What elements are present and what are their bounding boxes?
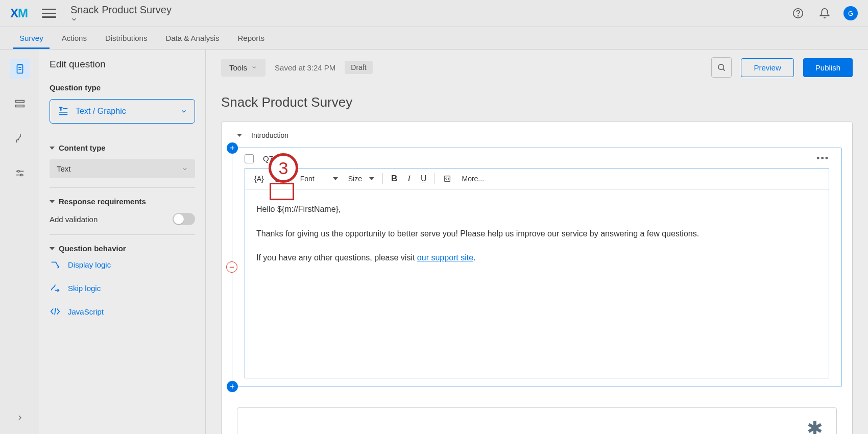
tab-distributions[interactable]: Distributions <box>96 27 157 49</box>
caret-down-icon[interactable] <box>237 134 242 137</box>
question-frame[interactable]: + − + Q7 ••• 3 {A} <box>232 148 842 387</box>
add-above-button[interactable]: + <box>227 142 238 154</box>
next-question-placeholder[interactable]: ✱ <box>237 407 837 434</box>
italic-icon[interactable]: I <box>403 172 415 186</box>
xm-logo[interactable]: XM <box>10 6 28 20</box>
question-checkbox[interactable] <box>245 154 254 163</box>
content-type-value: Text <box>57 164 71 173</box>
more-button[interactable]: More... <box>457 173 488 185</box>
skip-logic-button[interactable]: Skip logic <box>50 276 195 300</box>
rail-look-icon[interactable] <box>10 128 30 149</box>
nav-tabs: Survey Actions Distributions Data & Anal… <box>0 27 868 50</box>
draft-badge: Draft <box>345 61 372 74</box>
avatar[interactable]: G <box>843 6 858 20</box>
support-site-link[interactable]: our support site <box>417 253 473 262</box>
editor-body[interactable]: Hello ${m://FirstName}, Thanks for givin… <box>245 189 829 378</box>
piped-text-icon[interactable]: {A} <box>250 173 268 185</box>
block-name[interactable]: Introduction <box>251 131 288 139</box>
font-select[interactable]: Font <box>296 173 342 185</box>
question-block: Introduction + − + Q7 ••• 3 {A} <box>221 122 853 434</box>
content-type-header[interactable]: Content type <box>50 143 195 152</box>
rail-flow-icon[interactable] <box>10 93 30 114</box>
survey-title: Snack Product Survey <box>206 85 868 122</box>
response-req-header[interactable]: Response requirements <box>50 197 195 206</box>
size-label: Size <box>348 175 362 183</box>
rail-options-icon[interactable] <box>10 163 30 183</box>
display-logic-button[interactable]: Display logic <box>50 253 195 276</box>
size-select[interactable]: Size <box>344 173 378 185</box>
top-bar: XM Snack Product Survey G <box>0 0 868 27</box>
tools-button[interactable]: Tools <box>221 59 266 77</box>
preview-button[interactable]: Preview <box>741 58 793 77</box>
tab-actions[interactable]: Actions <box>53 27 96 49</box>
edit-panel: Edit question Question type T Text / Gra… <box>39 50 205 434</box>
saved-at-text: Saved at 3:24 PM <box>275 63 335 72</box>
search-button[interactable] <box>711 57 732 78</box>
editor-closing: If you have any other questions, please … <box>256 251 817 264</box>
svg-line-15 <box>55 308 56 315</box>
question-type-select[interactable]: T Text / Graphic <box>50 99 195 124</box>
svg-point-10 <box>20 174 22 176</box>
tab-reports[interactable]: Reports <box>228 27 274 49</box>
search-icon <box>717 63 726 72</box>
code-icon <box>50 306 61 317</box>
chevron-down-icon <box>182 166 188 172</box>
edit-panel-title: Edit question <box>50 59 195 70</box>
rail-builder-icon[interactable] <box>10 59 30 79</box>
editor-toolbar: {A} Font Size <box>245 168 829 189</box>
javascript-label: JavaScript <box>68 307 104 316</box>
tools-label: Tools <box>229 63 247 72</box>
caret-down-icon <box>50 247 55 250</box>
tab-survey[interactable]: Survey <box>10 27 53 49</box>
add-validation-toggle[interactable] <box>173 213 195 225</box>
left-rail <box>0 50 39 434</box>
behavior-header[interactable]: Question behavior <box>50 244 195 253</box>
javascript-button[interactable]: JavaScript <box>50 300 195 323</box>
required-star-icon: ✱ <box>807 417 823 434</box>
chevron-down-icon <box>70 16 177 23</box>
rail-expand-icon[interactable] <box>10 407 30 428</box>
bell-icon[interactable] <box>817 6 832 21</box>
font-label: Font <box>300 175 315 183</box>
skip-logic-icon <box>50 282 61 294</box>
underline-icon[interactable]: U <box>417 172 431 185</box>
remove-button[interactable]: − <box>226 261 237 273</box>
response-req-header-text: Response requirements <box>59 197 146 206</box>
svg-point-16 <box>718 64 724 70</box>
caret-down-icon <box>50 200 55 203</box>
svg-rect-6 <box>15 105 24 107</box>
question-type-value: Text / Graphic <box>76 107 126 116</box>
menu-icon[interactable] <box>42 6 56 20</box>
chevron-down-icon <box>180 108 187 115</box>
caret-down-icon <box>50 147 55 150</box>
behavior-header-text: Question behavior <box>59 244 126 253</box>
svg-line-17 <box>724 69 725 70</box>
display-logic-label: Display logic <box>68 260 111 269</box>
editor-body-text: Thanks for giving us the opportunity to … <box>256 227 817 240</box>
svg-rect-2 <box>17 65 22 74</box>
bold-icon[interactable]: B <box>387 172 401 186</box>
content-type-select[interactable]: Text <box>50 159 195 178</box>
skip-logic-label: Skip logic <box>68 284 101 293</box>
question-more-icon[interactable]: ••• <box>816 153 829 164</box>
svg-point-9 <box>17 171 19 173</box>
editor-greeting: Hello ${m://FirstName}, <box>256 203 817 216</box>
content-type-header-text: Content type <box>59 143 106 152</box>
chevron-down-icon <box>251 64 257 70</box>
question-type-label: Question type <box>50 83 195 92</box>
tab-data-analysis[interactable]: Data & Analysis <box>156 27 228 49</box>
closing-suffix: . <box>473 253 475 262</box>
closing-prefix: If you have any other questions, please … <box>256 253 417 262</box>
project-name[interactable]: Snack Product Survey <box>70 4 177 23</box>
publish-button[interactable]: Publish <box>803 58 853 77</box>
rich-text-editor[interactable]: 3 {A} Font Size <box>245 168 829 378</box>
source-icon[interactable] <box>439 173 455 185</box>
project-name-text: Snack Product Survey <box>70 4 172 15</box>
caret-down-icon <box>333 177 338 180</box>
add-below-button[interactable]: + <box>227 381 238 392</box>
canvas: Tools Saved at 3:24 PM Draft Preview Pub… <box>205 50 868 434</box>
svg-point-1 <box>798 15 798 16</box>
canvas-toolbar: Tools Saved at 3:24 PM Draft Preview Pub… <box>206 50 868 85</box>
help-icon[interactable] <box>790 6 806 21</box>
callout-highlight <box>270 183 294 200</box>
